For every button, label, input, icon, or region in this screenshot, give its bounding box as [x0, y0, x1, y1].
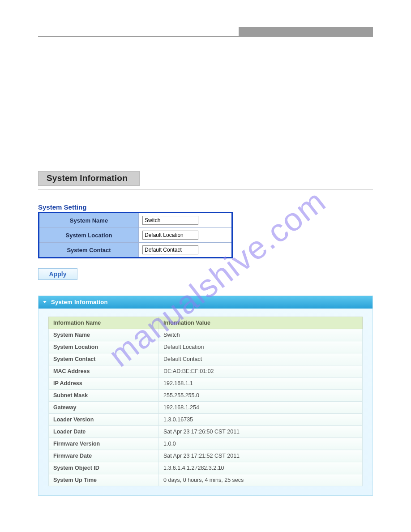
info-col-value: Information Value: [159, 317, 363, 329]
info-value: Default Location: [159, 341, 363, 353]
info-value: Sat Apr 23 17:21:52 CST 2011: [159, 450, 363, 462]
info-row: Firmware Version1.0.0: [49, 438, 363, 450]
info-name: System Name: [49, 329, 159, 341]
info-row: Loader Version1.3.0.16735: [49, 414, 363, 426]
info-row: Gateway192.168.1.254: [49, 402, 363, 414]
info-name: Firmware Date: [49, 450, 159, 462]
panel-title: System Information: [51, 299, 108, 305]
info-name: Loader Date: [49, 426, 159, 438]
setting-row: System Name: [39, 213, 232, 228]
setting-label: System Location: [39, 228, 139, 243]
system-setting-heading: System Setting: [38, 203, 373, 211]
setting-input-0[interactable]: [142, 216, 198, 225]
info-name: Loader Version: [49, 414, 159, 426]
info-name: IP Address: [49, 378, 159, 390]
info-name: Firmware Version: [49, 438, 159, 450]
info-value: 1.3.0.16735: [159, 414, 363, 426]
info-value: DE:AD:BE:EF:01:02: [159, 365, 363, 378]
header-stripe: [0, 27, 411, 37]
divider: [38, 189, 373, 190]
info-row: System ContactDefault Contact: [49, 353, 363, 365]
page-title: System Information: [38, 171, 140, 186]
info-value: Switch: [159, 329, 363, 341]
setting-value-cell: [139, 243, 232, 258]
setting-row: System Location: [39, 228, 232, 243]
info-row: System LocationDefault Location: [49, 341, 363, 353]
info-row: System Up Time0 days, 0 hours, 4 mins, 2…: [49, 474, 363, 486]
setting-row: System Contact: [39, 243, 232, 258]
setting-label: System Name: [39, 213, 139, 228]
info-value: 1.3.6.1.4.1.27282.3.2.10: [159, 462, 363, 474]
apply-button[interactable]: Apply: [38, 268, 77, 280]
info-row: System NameSwitch: [49, 329, 363, 341]
system-information-panel: System Information Information Name Info…: [38, 296, 373, 496]
setting-input-2[interactable]: [142, 245, 198, 254]
info-row: Loader DateSat Apr 23 17:26:50 CST 2011: [49, 426, 363, 438]
info-row: Subnet Mask255.255.255.0: [49, 390, 363, 402]
info-value: 192.168.1.1: [159, 378, 363, 390]
setting-value-cell: [139, 228, 232, 243]
info-name: Subnet Mask: [49, 390, 159, 402]
info-col-name: Information Name: [49, 317, 159, 329]
panel-header[interactable]: System Information: [39, 296, 372, 309]
system-setting-table: System NameSystem LocationSystem Contact: [38, 212, 233, 258]
info-name: MAC Address: [49, 365, 159, 378]
info-row: MAC AddressDE:AD:BE:EF:01:02: [49, 365, 363, 378]
info-value: Sat Apr 23 17:26:50 CST 2011: [159, 426, 363, 438]
info-row: IP Address192.168.1.1: [49, 378, 363, 390]
info-value: 1.0.0: [159, 438, 363, 450]
info-name: System Contact: [49, 353, 159, 365]
info-name: System Up Time: [49, 474, 159, 486]
info-name: System Object ID: [49, 462, 159, 474]
setting-input-1[interactable]: [142, 231, 198, 240]
info-value: 192.168.1.254: [159, 402, 363, 414]
info-value: 0 days, 0 hours, 4 mins, 25 secs: [159, 474, 363, 486]
info-row: System Object ID1.3.6.1.4.1.27282.3.2.10: [49, 462, 363, 474]
info-name: Gateway: [49, 402, 159, 414]
info-value: Default Contact: [159, 353, 363, 365]
chevron-down-icon: [43, 301, 47, 303]
info-value: 255.255.255.0: [159, 390, 363, 402]
setting-label: System Contact: [39, 243, 139, 258]
info-name: System Location: [49, 341, 159, 353]
info-row: Firmware DateSat Apr 23 17:21:52 CST 201…: [49, 450, 363, 462]
system-information-table: Information Name Information Value Syste…: [48, 317, 363, 486]
setting-value-cell: [139, 213, 232, 228]
